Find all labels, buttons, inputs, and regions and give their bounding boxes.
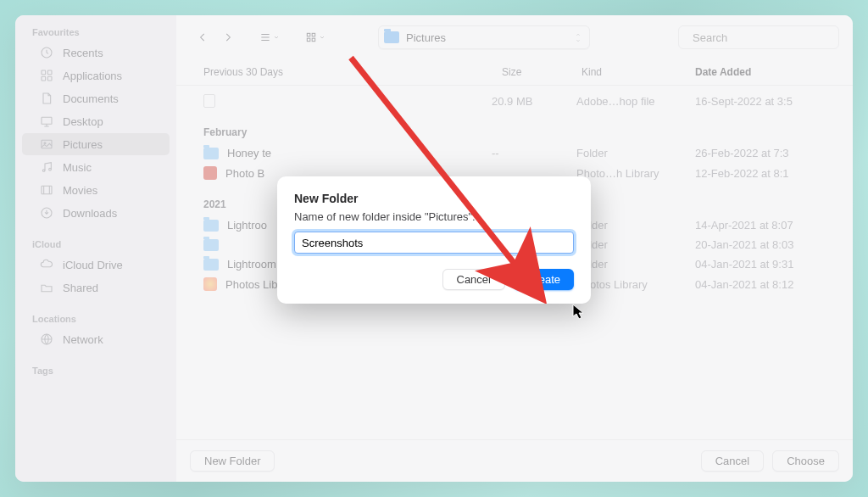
column-date-added[interactable]: Date Added: [695, 66, 839, 78]
sidebar-item-label: Movies: [63, 184, 97, 197]
sidebar-item-movies[interactable]: Movies: [22, 179, 170, 201]
sidebar-item-icloud-drive[interactable]: iCloud Drive: [22, 254, 170, 276]
file-row[interactable]: Honey te -- Folder 26-Feb-2022 at 7:3: [190, 143, 839, 163]
forward-button[interactable]: [215, 26, 241, 48]
file-size: --: [492, 147, 568, 159]
photos-library-icon: [203, 277, 217, 291]
photobooth-icon: [203, 166, 217, 180]
downloads-icon: [39, 205, 54, 221]
sidebar-heading-tags: Tags: [15, 362, 176, 379]
new-folder-button[interactable]: New Folder: [190, 450, 275, 472]
new-folder-dialog: New Folder Name of new folder inside "Pi…: [277, 176, 591, 304]
network-icon: [39, 332, 54, 347]
file-kind: Photo…h Library: [576, 167, 687, 180]
svg-rect-16: [312, 38, 315, 42]
sidebar-item-label: Music: [63, 161, 92, 174]
choose-button[interactable]: Choose: [772, 450, 839, 472]
location-label: Pictures: [406, 31, 446, 44]
sidebar-heading-favourites: Favourites: [15, 24, 176, 41]
sidebar-item-pictures[interactable]: Pictures: [22, 133, 170, 155]
pictures-icon: [39, 137, 54, 152]
dialog-footer: New Folder Cancel Choose: [176, 439, 853, 482]
sidebar-item-label: iCloud Drive: [63, 259, 123, 271]
sidebar-item-desktop[interactable]: Desktop: [22, 110, 170, 132]
column-kind[interactable]: Kind: [581, 66, 692, 78]
file-kind: Folder: [576, 147, 687, 159]
sidebar-item-label: Documents: [63, 92, 119, 105]
svg-rect-5: [42, 117, 52, 124]
folder-icon: [203, 259, 219, 271]
column-size[interactable]: Size: [502, 66, 578, 78]
svg-rect-4: [47, 76, 52, 81]
svg-rect-2: [47, 70, 52, 75]
sidebar-item-label: Desktop: [63, 115, 103, 128]
file-row[interactable]: 20.9 MB Adobe…hop file 16-Sept-2022 at 3…: [190, 91, 839, 111]
file-kind: Adobe…hop file: [576, 95, 687, 108]
file-kind: Folder: [576, 238, 687, 251]
location-popup[interactable]: Pictures: [378, 25, 590, 49]
sidebar-item-documents[interactable]: Documents: [22, 87, 170, 109]
folder-name-input[interactable]: [294, 232, 574, 254]
nav-buttons: [190, 26, 241, 48]
dialog-title: New Folder: [294, 192, 574, 205]
file-name: Honey te: [227, 147, 483, 159]
applications-icon: [39, 68, 54, 83]
svg-point-7: [44, 142, 46, 144]
file-date: 12-Feb-2022 at 8:1: [695, 167, 839, 180]
folder-icon: [384, 31, 399, 43]
sidebar-item-label: Recents: [63, 47, 103, 59]
back-button[interactable]: [190, 26, 215, 48]
sidebar-item-label: Applications: [63, 70, 122, 82]
svg-rect-3: [42, 76, 46, 81]
list-header: Previous 30 Days Size Kind Date Added: [176, 59, 853, 86]
shared-folder-icon: [39, 280, 54, 295]
file-date: 16-Sept-2022 at 3:5: [695, 95, 839, 108]
group-label-february: February: [190, 111, 839, 143]
sidebar-heading-icloud: iCloud: [15, 236, 176, 253]
file-kind: Photos Library: [576, 278, 687, 291]
clock-icon: [39, 45, 54, 60]
file-date: 26-Feb-2022 at 7:3: [695, 147, 839, 159]
folder-icon: [203, 239, 219, 251]
group-by-button[interactable]: [298, 26, 332, 48]
folder-icon: [203, 220, 219, 232]
svg-point-8: [42, 170, 45, 172]
file-icon: [203, 94, 215, 108]
sidebar-item-label: Pictures: [63, 138, 103, 151]
sidebar-item-recents[interactable]: Recents: [22, 42, 170, 64]
dialog-cancel-button[interactable]: Cancel: [442, 269, 505, 290]
view-list-button[interactable]: [253, 26, 287, 48]
svg-rect-1: [42, 70, 46, 75]
svg-rect-10: [42, 186, 52, 193]
file-kind: Folder: [576, 219, 687, 232]
svg-point-9: [49, 168, 52, 170]
movies-icon: [39, 182, 54, 198]
sidebar-item-shared[interactable]: Shared: [22, 276, 170, 299]
search-input[interactable]: [693, 31, 835, 44]
music-icon: [39, 159, 54, 175]
svg-rect-15: [307, 38, 310, 42]
sidebar-item-applications[interactable]: Applications: [22, 64, 170, 87]
up-down-icon: [574, 31, 582, 43]
document-icon: [39, 91, 54, 106]
dialog-subtitle: Name of new folder inside "Pictures":: [294, 210, 574, 223]
cancel-button[interactable]: Cancel: [701, 450, 764, 472]
dialog-create-button[interactable]: Create: [514, 269, 574, 290]
cloud-icon: [39, 257, 54, 272]
sidebar: Favourites Recents Applications Document…: [15, 15, 176, 482]
sidebar-heading-locations: Locations: [15, 310, 176, 327]
folder-icon: [203, 148, 219, 159]
search-field[interactable]: [678, 25, 839, 49]
file-date: 20-Jan-2021 at 8:03: [695, 238, 839, 251]
file-date: 04-Jan-2021 at 9:31: [695, 258, 839, 271]
toolbar: Pictures: [176, 15, 853, 59]
file-size: 20.9 MB: [492, 95, 568, 108]
sidebar-item-downloads[interactable]: Downloads: [22, 202, 170, 224]
sidebar-item-label: Shared: [63, 282, 98, 294]
sidebar-item-network[interactable]: Network: [22, 328, 170, 350]
sidebar-item-label: Downloads: [63, 207, 117, 220]
sidebar-item-label: Network: [63, 333, 103, 346]
svg-rect-14: [312, 33, 315, 36]
sidebar-item-music[interactable]: Music: [22, 156, 170, 178]
column-name[interactable]: Previous 30 Days: [203, 66, 498, 78]
